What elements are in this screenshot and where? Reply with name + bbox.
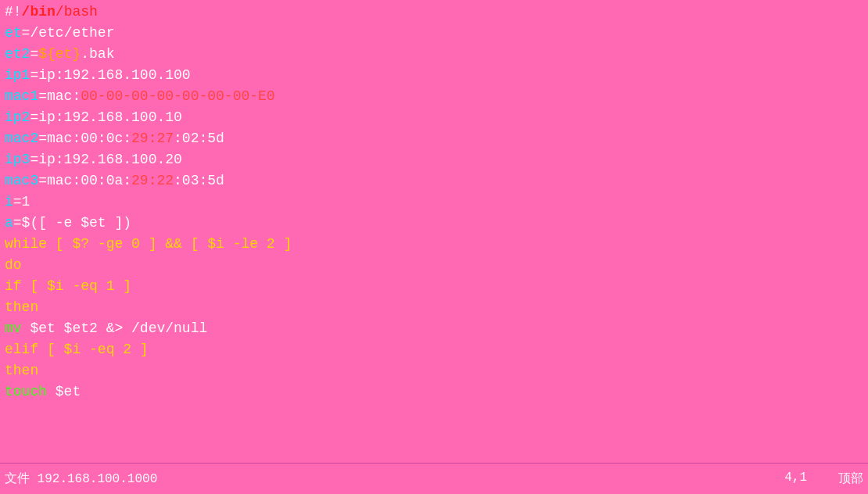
- code-line: ip1=ip:192.168.100.100: [5, 65, 863, 86]
- statusbar-topinfo: 顶部: [838, 471, 863, 487]
- code-line: then: [5, 360, 863, 381]
- statusbar-right: 4,1 顶部: [784, 471, 863, 487]
- code-line: while [ $? -ge 0 ] && [ $i -le 2 ]: [5, 234, 863, 255]
- code-line: do: [5, 255, 863, 276]
- code-line: ip2=ip:192.168.100.10: [5, 107, 863, 128]
- code-line: mac3=mac:00:0a:29:22:03:5d: [5, 170, 863, 192]
- code-line: if [ $i -eq 1 ]: [5, 276, 863, 297]
- code-line: a=$([ -e $et ]): [5, 213, 863, 234]
- statusbar-filename: 文件 192.168.100.1000: [5, 471, 784, 487]
- code-line: then: [5, 297, 863, 318]
- code-line: elif [ $i -eq 2 ]: [5, 339, 863, 360]
- code-editor: #!/bin/bashet=/etc/etheret2=${et}.bakip1…: [0, 0, 868, 438]
- code-line: i=1: [5, 192, 863, 213]
- code-line: touch $et: [5, 381, 863, 403]
- status-bar: 文件 192.168.100.1000 4,1 顶部: [0, 463, 868, 494]
- statusbar-lineinfo: 4,1: [784, 471, 807, 487]
- code-line: ip3=ip:192.168.100.20: [5, 149, 863, 170]
- code-line: mac1=mac:00-00-00-00-00-00-00-E0: [5, 86, 863, 107]
- code-line: et=/etc/ether: [5, 23, 863, 44]
- code-line: mac2=mac:00:0c:29:27:02:5d: [5, 128, 863, 149]
- code-line: et2=${et}.bak: [5, 44, 863, 65]
- code-line: #!/bin/bash: [5, 2, 863, 23]
- code-line: mv $et $et2 &> /dev/null: [5, 318, 863, 339]
